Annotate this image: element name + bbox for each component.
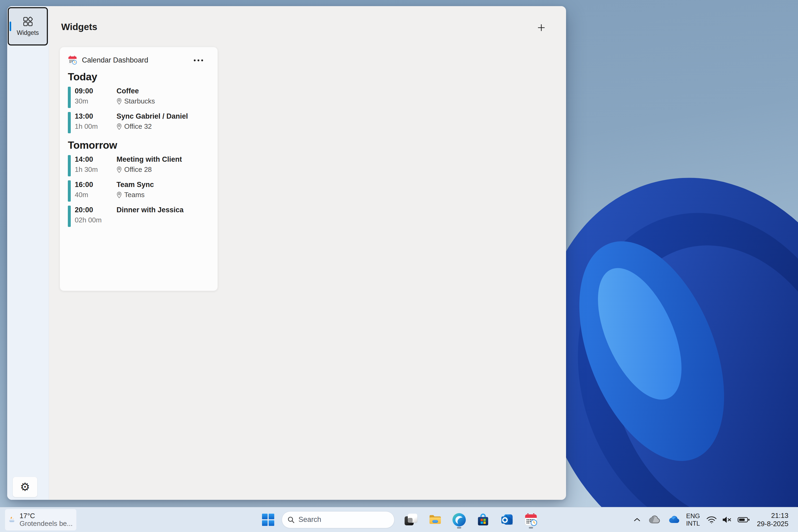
widget-title: Calendar Dashboard [82, 56, 148, 64]
event-time: 09:00 [75, 87, 116, 95]
event-grid: 16:00 Team Sync 40m Teams [75, 180, 154, 202]
widgets-board: Widgets [49, 6, 566, 500]
section-events: 14:00 Meeting with Client 1h 30m Office … [68, 155, 210, 227]
event-title: Team Sync [116, 180, 154, 189]
taskbar-app-icons [404, 510, 537, 529]
calendar-event-row[interactable]: 20:00 Dinner with Jessica 02h 00m [68, 206, 210, 227]
battery-icon [738, 516, 750, 523]
taskbar: 17°C Grotendeels be... [0, 507, 798, 532]
wifi-icon [706, 516, 717, 524]
event-location: Teams [116, 190, 154, 199]
wifi-button[interactable] [706, 516, 717, 524]
start-button[interactable] [262, 514, 274, 526]
section-events: 09:00 Coffee 30m Starbucks 13:00 Sync Ga… [68, 87, 210, 133]
event-color-bar [68, 155, 71, 176]
event-grid: 14:00 Meeting with Client 1h 30m Office … [75, 155, 182, 176]
calendar-app-button[interactable] [524, 510, 537, 529]
event-color-bar [68, 206, 71, 227]
moon-behind-cloud-icon [9, 513, 16, 527]
calendar-event-row[interactable]: 16:00 Team Sync 40m Teams [68, 180, 210, 202]
plus-icon [537, 23, 546, 32]
event-grid: 13:00 Sync Gabriel / Daniel 1h 00m Offic… [75, 112, 188, 133]
widgets-sidebar: Widgets ⚙ [7, 6, 49, 500]
clock-date: 29-8-2025 [757, 520, 788, 528]
volume-button[interactable] [722, 516, 732, 524]
widgets-board-icon [23, 17, 33, 26]
language-indicator[interactable]: ENG INTL [686, 512, 700, 527]
start-logo-pane [269, 520, 274, 526]
active-indicator [10, 22, 11, 31]
event-color-bar [68, 112, 71, 133]
event-location: Starbucks [116, 97, 155, 106]
onedrive-blue-cloud-icon [668, 515, 680, 524]
event-title: Dinner with Jessica [116, 206, 184, 214]
onedrive-gray-cloud-icon [648, 515, 661, 524]
location-pin-icon [116, 123, 122, 130]
tray-overflow-button[interactable] [634, 518, 640, 521]
widgets-settings-button[interactable]: ⚙ [13, 477, 37, 497]
calendar-dashboard-widget: Calendar Dashboard Today 09:00 Coffee 30… [60, 47, 218, 291]
calendar-event-row[interactable]: 13:00 Sync Gabriel / Daniel 1h 00m Offic… [68, 112, 210, 133]
microsoft-store-button[interactable] [476, 510, 490, 529]
card-sections: Today 09:00 Coffee 30m Starbucks 13:00 S… [68, 71, 210, 227]
onedrive-personal-button[interactable] [648, 515, 661, 524]
clock-time: 21:13 [757, 512, 788, 520]
add-widget-button[interactable] [535, 21, 548, 34]
running-indicator [529, 527, 533, 529]
location-pin-icon [116, 166, 122, 173]
calendar-app-icon [68, 56, 77, 65]
onedrive-button[interactable] [668, 515, 680, 524]
task-view-button[interactable] [404, 510, 418, 529]
event-title: Coffee [116, 87, 155, 95]
widget-header: Calendar Dashboard [68, 56, 210, 65]
event-grid: 20:00 Dinner with Jessica 02h 00m [75, 206, 184, 227]
event-title: Meeting with Client [116, 155, 182, 164]
language-line2: INTL [686, 520, 700, 527]
event-location: Office 28 [116, 165, 182, 174]
event-location-text: Office 28 [124, 165, 152, 174]
event-location-text: Starbucks [124, 97, 155, 106]
event-title: Sync Gabriel / Daniel [116, 112, 188, 121]
search-icon [287, 516, 295, 524]
event-time: 13:00 [75, 112, 116, 121]
event-duration: 40m [75, 190, 116, 199]
microsoft-edge-button[interactable] [453, 510, 466, 529]
location-pin-icon [116, 191, 122, 198]
event-location-text: Teams [124, 190, 145, 199]
outlook-icon [500, 513, 514, 526]
event-location-text: Office 32 [124, 122, 152, 131]
calendar-event-row[interactable]: 09:00 Coffee 30m Starbucks [68, 87, 210, 108]
file-explorer-icon [429, 513, 442, 525]
section-heading: Tomorrow [68, 140, 210, 151]
event-duration: 1h 30m [75, 165, 116, 174]
agenda-section: Tomorrow 14:00 Meeting with Client 1h 30… [68, 140, 210, 227]
windows-bloom-artwork [535, 136, 798, 532]
section-heading: Today [68, 71, 210, 82]
sidebar-item-widgets-label: Widgets [17, 29, 39, 36]
weather-text: 17°C Grotendeels be... [20, 512, 73, 528]
agenda-section: Today 09:00 Coffee 30m Starbucks 13:00 S… [68, 71, 210, 133]
file-explorer-button[interactable] [429, 510, 442, 529]
task-view-icon [404, 513, 418, 527]
clock[interactable]: 21:13 29-8-2025 [757, 512, 788, 528]
event-time: 20:00 [75, 206, 116, 214]
event-time: 16:00 [75, 180, 116, 189]
location-pin-icon [116, 98, 122, 105]
chevron-up-icon [634, 518, 640, 521]
volume-muted-icon [722, 516, 732, 524]
taskbar-center [262, 507, 537, 532]
taskbar-search[interactable] [282, 511, 395, 528]
calendar-event-row[interactable]: 14:00 Meeting with Client 1h 30m Office … [68, 155, 210, 176]
event-duration: 1h 00m [75, 122, 116, 131]
start-logo-pane [262, 514, 268, 519]
widget-more-options-button[interactable] [191, 57, 206, 64]
outlook-button[interactable] [500, 510, 514, 529]
event-duration: 02h 00m [75, 216, 116, 225]
battery-button[interactable] [738, 516, 750, 523]
event-time: 14:00 [75, 155, 116, 164]
event-color-bar [68, 87, 71, 108]
search-input[interactable] [299, 515, 378, 524]
running-indicator [457, 527, 461, 529]
weather-widget-button[interactable]: 17°C Grotendeels be... [5, 509, 76, 530]
sidebar-item-widgets[interactable]: Widgets [8, 7, 48, 45]
